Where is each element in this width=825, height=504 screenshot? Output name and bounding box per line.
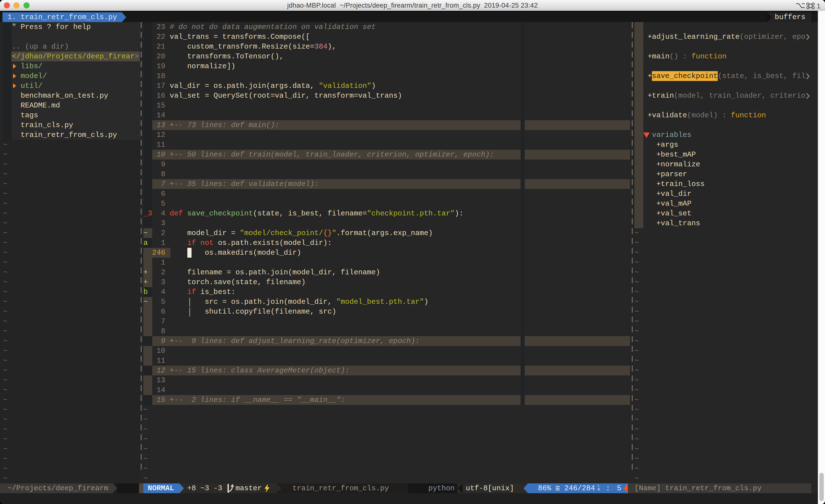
svg-text:1: 1 [817, 2, 821, 9]
